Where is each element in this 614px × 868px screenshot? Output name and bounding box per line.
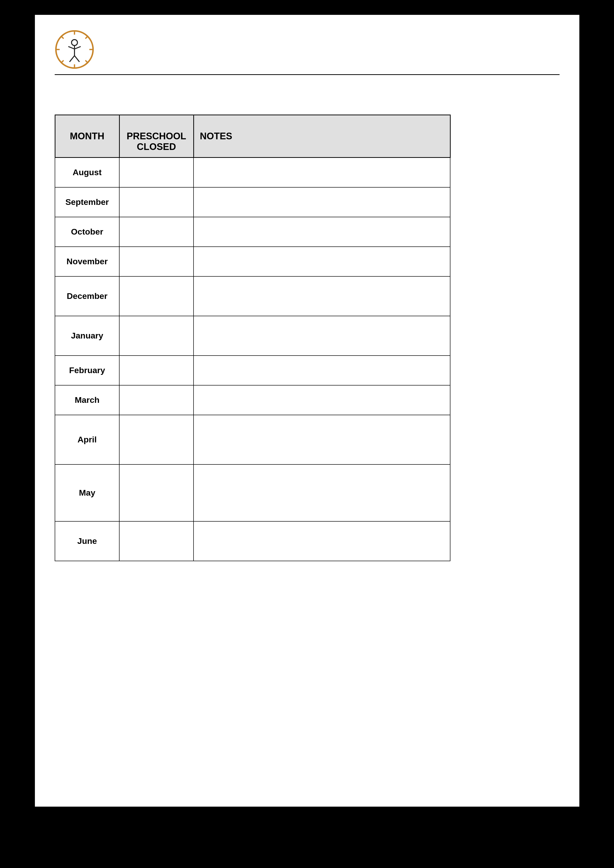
table-row: October: [55, 217, 450, 247]
notes-cell: [194, 158, 450, 187]
month-cell: March: [55, 385, 119, 415]
table-row: September: [55, 187, 450, 217]
logo-container: [55, 30, 94, 69]
closed-cell: [119, 356, 194, 385]
notes-cell: [194, 247, 450, 276]
svg-line-13: [70, 56, 74, 62]
month-cell: August: [55, 158, 119, 187]
table-row: April: [55, 415, 450, 465]
svg-line-14: [74, 56, 79, 62]
notes-cell: [194, 316, 450, 356]
month-cell: October: [55, 217, 119, 247]
table-row: January: [55, 316, 450, 356]
col-notes-header: NOTES: [194, 115, 450, 158]
closed-cell: [119, 276, 194, 316]
closed-cell: [119, 158, 194, 187]
closed-cell: [119, 247, 194, 276]
notes-cell: [194, 187, 450, 217]
table-row: May: [55, 465, 450, 521]
page: MONTH PRESCHOOLCLOSED NOTES August: [35, 15, 579, 807]
notes-cell: [194, 521, 450, 561]
col-month-header: MONTH: [55, 115, 119, 158]
svg-line-11: [68, 46, 74, 49]
closed-cell: [119, 187, 194, 217]
month-cell: May: [55, 465, 119, 521]
spacer: [55, 85, 560, 105]
month-cell: June: [55, 521, 119, 561]
table-row: June: [55, 521, 450, 561]
schedule-table: MONTH PRESCHOOLCLOSED NOTES August: [55, 115, 451, 561]
table-header-row: MONTH PRESCHOOLCLOSED NOTES: [55, 115, 450, 158]
closed-cell: [119, 415, 194, 465]
notes-cell: [194, 356, 450, 385]
table-row: December: [55, 276, 450, 316]
logo-icon: [55, 30, 94, 69]
svg-line-12: [74, 46, 81, 49]
closed-cell: [119, 465, 194, 521]
svg-point-9: [71, 40, 78, 45]
col-closed-header: PRESCHOOLCLOSED: [119, 115, 194, 158]
month-cell: February: [55, 356, 119, 385]
table-row: August: [55, 158, 450, 187]
month-cell: December: [55, 276, 119, 316]
month-cell: September: [55, 187, 119, 217]
month-cell: April: [55, 415, 119, 465]
notes-cell: [194, 465, 450, 521]
month-cell: November: [55, 247, 119, 276]
header: [55, 30, 560, 75]
notes-cell: [194, 415, 450, 465]
schedule-table-container: MONTH PRESCHOOLCLOSED NOTES August: [55, 115, 451, 561]
month-cell: January: [55, 316, 119, 356]
closed-cell: [119, 316, 194, 356]
closed-cell: [119, 217, 194, 247]
closed-cell: [119, 385, 194, 415]
table-row: February: [55, 356, 450, 385]
notes-cell: [194, 276, 450, 316]
notes-cell: [194, 217, 450, 247]
closed-cell: [119, 521, 194, 561]
table-row: March: [55, 385, 450, 415]
table-row: November: [55, 247, 450, 276]
notes-cell: [194, 385, 450, 415]
